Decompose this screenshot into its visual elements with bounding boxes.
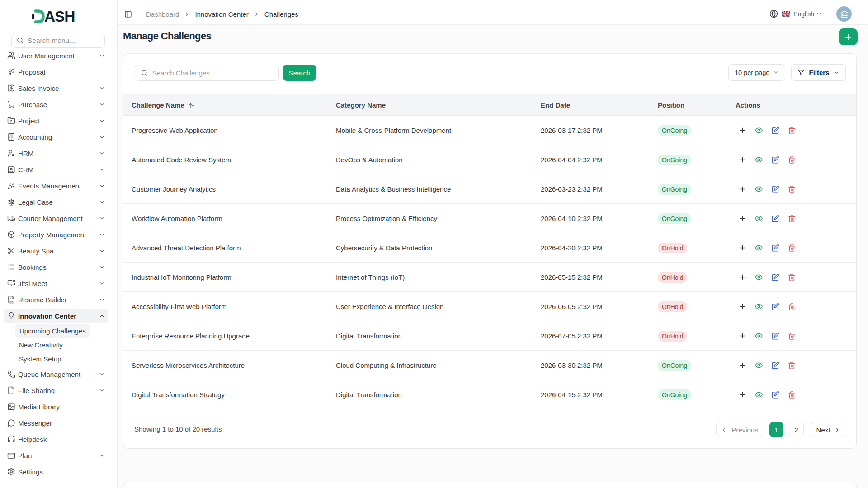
svg-text:ASH: ASH	[44, 9, 75, 25]
